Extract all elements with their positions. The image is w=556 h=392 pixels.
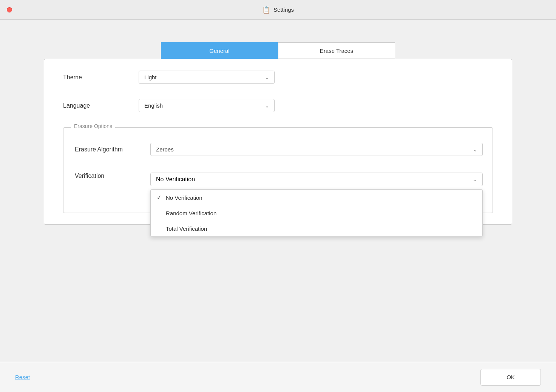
language-select[interactable]: English Spanish French German	[139, 99, 275, 112]
erasure-algorithm-label: Erasure Algorithm	[75, 146, 150, 153]
verification-option-label-1: No Verification	[166, 194, 202, 201]
verification-option-no-verification[interactable]: ✓ No Verification	[151, 190, 482, 205]
verification-current-value: No Verification	[156, 176, 195, 183]
erasure-options-legend: Erasure Options	[71, 123, 115, 129]
tab-erase-traces[interactable]: Erase Traces	[278, 42, 395, 59]
reset-button[interactable]: Reset	[15, 374, 30, 380]
verification-label: Verification	[75, 173, 150, 179]
tab-general[interactable]: General	[161, 42, 278, 59]
language-row: Language English Spanish French German ⌄	[63, 99, 493, 112]
ok-button[interactable]: OK	[480, 369, 541, 386]
verification-dropdown-menu: ✓ No Verification Random Verification To…	[150, 189, 483, 237]
main-content: General Erase Traces Theme Light Dark ⌄ …	[0, 20, 556, 392]
theme-label: Theme	[63, 74, 139, 81]
theme-select[interactable]: Light Dark	[139, 71, 275, 84]
verification-option-total[interactable]: Total Verification	[151, 221, 482, 236]
erasure-algorithm-select-wrapper: Zeroes Random DoD 5220.22-M Gutmann ⌄	[150, 143, 483, 156]
checkmark-icon: ✓	[157, 194, 166, 201]
verification-chevron-icon: ⌄	[473, 176, 477, 182]
erasure-options-group: Erasure Options Erasure Algorithm Zeroes…	[63, 127, 493, 213]
verification-option-label-3: Total Verification	[166, 225, 207, 232]
title-bar-controls	[7, 7, 12, 12]
verification-option-label-2: Random Verification	[166, 210, 216, 216]
tabs-container: General Erase Traces	[161, 42, 395, 59]
theme-row: Theme Light Dark ⌄	[63, 71, 493, 84]
language-select-wrapper: English Spanish French German ⌄	[139, 99, 275, 112]
bottom-bar: Reset OK	[0, 362, 556, 392]
verification-row: Verification No Verification ⌄ ✓ No Veri…	[75, 171, 481, 186]
title-bar: 📋 Settings	[0, 0, 556, 20]
language-label: Language	[63, 102, 139, 109]
theme-select-wrapper: Light Dark ⌄	[139, 71, 275, 84]
verification-option-random[interactable]: Random Verification	[151, 205, 482, 221]
verification-dropdown-container: No Verification ⌄ ✓ No Verification Rand…	[150, 173, 483, 186]
window-title: Settings	[273, 6, 294, 13]
erasure-algorithm-row: Erasure Algorithm Zeroes Random DoD 5220…	[75, 143, 481, 156]
verification-select-trigger[interactable]: No Verification ⌄	[150, 173, 483, 186]
settings-icon: 📋	[262, 6, 270, 14]
settings-panel: Theme Light Dark ⌄ Language English Span…	[44, 59, 512, 225]
close-button[interactable]	[7, 7, 12, 12]
title-bar-title: 📋 Settings	[262, 6, 294, 14]
erasure-algorithm-select[interactable]: Zeroes Random DoD 5220.22-M Gutmann	[150, 143, 483, 156]
